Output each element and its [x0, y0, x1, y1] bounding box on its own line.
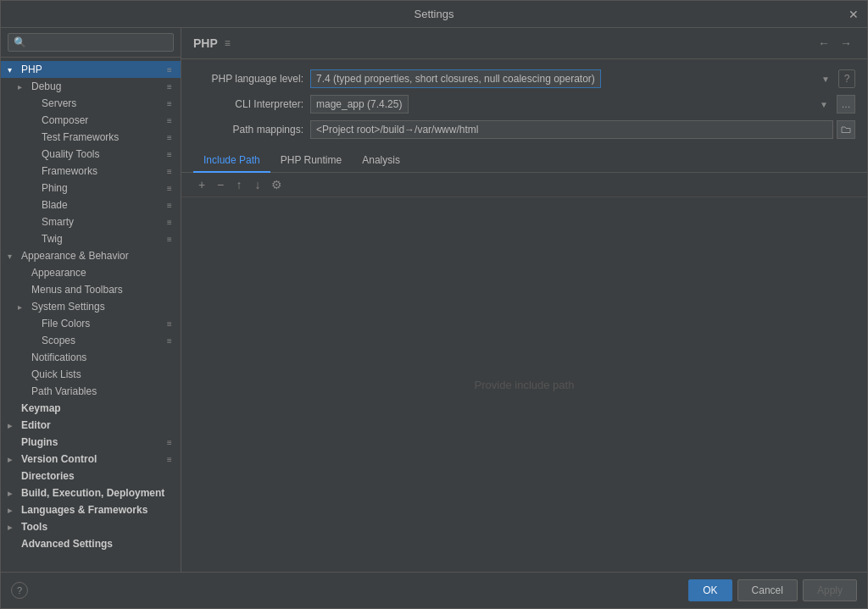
sidebar-item-quick-lists[interactable]: Quick Lists [1, 366, 181, 383]
placeholder-text: Provide include path [475, 379, 575, 391]
tab-php-runtime[interactable]: PHP Runtime [270, 149, 352, 173]
sidebar-item-tools[interactable]: ▸ Tools [1, 518, 181, 535]
close-button[interactable]: ✕ [847, 8, 860, 21]
path-mappings-folder-button[interactable] [837, 120, 855, 139]
sidebar-item-servers[interactable]: Servers ≡ [1, 95, 181, 112]
sidebar-item-editor[interactable]: ▸ Editor [1, 417, 181, 434]
right-panel: PHP ≡ ← → PHP language level: 7.4 (typed… [181, 28, 867, 572]
item-badge: ≡ [164, 131, 175, 143]
sidebar-item-label: Phing [42, 182, 164, 194]
sidebar-item-file-colors[interactable]: File Colors ≡ [1, 315, 181, 332]
sidebar-item-appearance[interactable]: Appearance [1, 264, 181, 281]
sidebar-item-label: System Settings [31, 301, 175, 313]
settings-dialog: Settings ✕ ▾ PHP ≡ ▸ Debug ≡ [0, 0, 868, 609]
item-badge: ≡ [164, 318, 175, 329]
sidebar-item-directories[interactable]: Directories [1, 468, 181, 484]
cli-interpreter-control: mage_app (7.4.25) ▼ … [310, 95, 855, 113]
add-button[interactable]: + [193, 176, 210, 193]
sidebar-item-phing[interactable]: Phing ≡ [1, 180, 181, 197]
remove-button[interactable]: − [212, 176, 229, 193]
sidebar-item-label: Advanced Settings [21, 538, 175, 550]
path-mappings-value: <Project root>/build→/var/www/html [310, 120, 833, 139]
tab-include-path[interactable]: Include Path [193, 149, 270, 173]
sidebar-item-version-control[interactable]: ▸ Version Control ≡ [1, 451, 181, 468]
cli-interpreter-label: CLI Interpreter: [193, 98, 303, 110]
path-mappings-row: Path mappings: <Project root>/build→/var… [193, 120, 855, 139]
item-badge: ≡ [164, 64, 175, 75]
form-area: PHP language level: 7.4 (typed propertie… [181, 59, 867, 149]
sidebar-item-languages-frameworks[interactable]: ▸ Languages & Frameworks [1, 501, 181, 518]
sidebar-item-twig[interactable]: Twig ≡ [1, 230, 181, 247]
sidebar-item-label: Version Control [21, 453, 164, 465]
chevron-down-icon: ▾ [8, 65, 18, 75]
sidebar-item-label: PHP [21, 64, 164, 75]
item-badge: ≡ [164, 114, 175, 126]
sidebar-item-appearance-behavior[interactable]: ▾ Appearance & Behavior [1, 247, 181, 264]
sidebar-item-build-execution[interactable]: ▸ Build, Execution, Deployment [1, 484, 181, 501]
sidebar-item-composer[interactable]: Composer ≡ [1, 112, 181, 129]
move-up-button[interactable]: ↑ [231, 176, 248, 193]
ok-button[interactable]: OK [688, 579, 732, 601]
chevron-right-icon: ▸ [18, 302, 28, 312]
main-content: ▾ PHP ≡ ▸ Debug ≡ Servers ≡ [1, 28, 867, 572]
sidebar-item-label: Directories [21, 470, 175, 482]
sidebar-item-notifications[interactable]: Notifications [1, 349, 181, 366]
cli-interpreter-select-wrapper: mage_app (7.4.25) ▼ [310, 95, 833, 113]
sidebar-item-php[interactable]: ▾ PHP ≡ [1, 61, 181, 78]
sidebar-item-label: Appearance & Behavior [21, 250, 175, 262]
sidebar-item-debug[interactable]: ▸ Debug ≡ [1, 78, 181, 95]
php-level-help-button[interactable]: ? [838, 69, 855, 88]
footer-left: ? [11, 582, 28, 599]
help-button[interactable]: ? [11, 582, 28, 599]
sidebar-item-label: Build, Execution, Deployment [21, 487, 175, 499]
tab-content: + − ↑ ↓ ⚙ Provide include path [181, 173, 867, 572]
sidebar-item-blade[interactable]: Blade ≡ [1, 197, 181, 213]
search-box [1, 28, 181, 58]
nav-forward-button[interactable]: → [837, 35, 855, 52]
tab-body: Provide include path [181, 197, 867, 572]
nav-back-button[interactable]: ← [815, 35, 833, 52]
footer-buttons: OK Cancel Apply [688, 579, 857, 601]
cli-interpreter-select[interactable]: mage_app (7.4.25) [310, 95, 409, 113]
sidebar-item-test-frameworks[interactable]: Test Frameworks ≡ [1, 129, 181, 146]
sidebar-item-label: Quality Tools [42, 148, 164, 160]
item-badge: ≡ [164, 216, 175, 228]
sidebar-item-smarty[interactable]: Smarty ≡ [1, 213, 181, 230]
sidebar-item-menus-toolbars[interactable]: Menus and Toolbars [1, 281, 181, 298]
sidebar-item-scopes[interactable]: Scopes ≡ [1, 332, 181, 349]
sidebar-item-quality-tools[interactable]: Quality Tools ≡ [1, 146, 181, 163]
php-level-label: PHP language level: [193, 73, 303, 85]
php-level-select[interactable]: 7.4 (typed properties, short closures, n… [310, 69, 601, 88]
panel-title: PHP [193, 36, 218, 50]
sidebar-item-label: Appearance [31, 267, 175, 279]
sidebar-item-advanced-settings[interactable]: Advanced Settings [1, 535, 181, 552]
chevron-right-icon: ▸ [8, 506, 18, 515]
sidebar-item-path-variables[interactable]: Path Variables [1, 383, 181, 400]
item-badge: ≡ [164, 233, 175, 245]
sidebar-item-label: Path Variables [31, 385, 175, 397]
item-badge: ≡ [164, 199, 175, 211]
item-badge: ≡ [164, 182, 175, 194]
sidebar-item-label: Frameworks [42, 165, 164, 177]
select-arrow-icon: ▼ [821, 75, 830, 84]
sidebar-item-frameworks[interactable]: Frameworks ≡ [1, 163, 181, 180]
path-mappings-control: <Project root>/build→/var/www/html [310, 120, 855, 139]
search-input[interactable] [8, 33, 174, 52]
sidebar-item-label: Twig [42, 233, 164, 245]
panel-header: PHP ≡ ← → [181, 28, 867, 59]
sidebar-item-keymap[interactable]: Keymap [1, 400, 181, 417]
sidebar-item-label: Scopes [42, 335, 164, 346]
apply-button[interactable]: Apply [803, 579, 857, 601]
tab-analysis[interactable]: Analysis [352, 149, 410, 173]
chevron-right-icon: ▸ [8, 421, 18, 430]
item-badge: ≡ [164, 436, 175, 448]
cancel-button[interactable]: Cancel [737, 579, 798, 601]
cli-interpreter-folder-button[interactable]: … [837, 95, 855, 113]
move-down-button[interactable]: ↓ [249, 176, 266, 193]
sidebar-item-label: Composer [42, 114, 164, 126]
sidebar-item-label: Smarty [42, 216, 164, 228]
sidebar-item-system-settings[interactable]: ▸ System Settings [1, 298, 181, 315]
settings-button[interactable]: ⚙ [268, 176, 285, 193]
sidebar-item-plugins[interactable]: Plugins ≡ [1, 434, 181, 451]
sidebar-item-label: Tools [21, 521, 175, 533]
